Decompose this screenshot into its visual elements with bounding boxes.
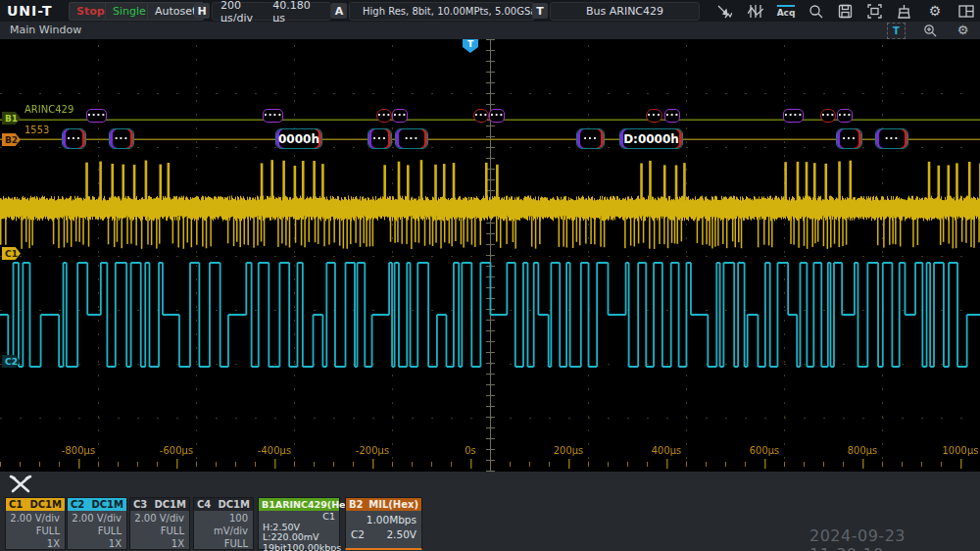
bus-source: C2 [351,527,365,542]
text-annotation-icon[interactable]: T [887,23,906,39]
bus1-decode-word[interactable]: ... [488,109,500,123]
decode-frame-label: 0000h [278,132,319,146]
acquire-chip[interactable]: A [331,3,347,19]
bus-id: B1 [262,499,275,510]
channel-id: C2 [71,499,84,510]
zoom-in-icon[interactable] [921,23,938,37]
bus2-decode-frame[interactable]: ... [875,128,908,149]
decode-frame-box: ... [646,109,662,123]
window-title: Main Window [10,24,81,36]
bus-word-bits: 19bit [263,543,286,551]
channel-details: 2.00 V/divFULL1X [6,511,65,550]
channel-id: C4 [197,499,211,510]
horizontal-chip[interactable]: H [194,3,210,19]
channel-info-box-c2[interactable]: C2DC1M 2.00 V/divFULL1X [67,497,127,550]
horizontal-offset-value: 40.180 µs [272,0,322,25]
decode-frame-label: ... [885,134,899,138]
bus-source: C1 [263,512,335,523]
decode-frame-box: ... [837,109,853,123]
channel-info-box-c4[interactable]: C4DC1M 100 mV/divFULL1X [193,497,254,550]
channel-bandwidth: FULL [197,537,248,550]
bus2-decode-frame[interactable]: D:0000h [619,128,683,149]
decode-frame-label: ... [842,134,856,138]
decode-frame-box: ... [376,109,392,123]
time-axis-label: 0s [465,445,476,456]
time-axis-label: -400µs [258,445,291,456]
time-axis-label: -200µs [356,445,389,456]
channel-scale: 100 mV/div [197,512,248,537]
crossed-tools-icon[interactable] [8,475,33,494]
bus1-decode-word[interactable]: ... [836,109,849,123]
acq-mode-icon[interactable]: Acq [775,2,797,20]
channel-info-box-c1[interactable]: C1DC1M 2.00 V/divFULL1X [5,497,66,550]
window-layout-icon[interactable] [956,2,977,20]
acquisition-info: High Res, 8bit, 10.00MPts, 5.00GSa/s [363,6,545,17]
waveform-display-area[interactable]: B1 B2 C1 C2 ARINC429 1553 T ............… [0,39,980,472]
save-icon[interactable] [834,2,856,20]
decode-frame-label: D:0000h [623,132,679,146]
bus1-decode-word[interactable]: .... [262,109,281,123]
time-axis-label: 200µs [554,445,584,456]
channel-coupling: DC1M [91,499,123,510]
bus1-decode-error-frame[interactable]: ... [376,109,390,123]
bus1-decode-word[interactable]: .... [85,109,106,123]
search-icon[interactable] [805,2,826,20]
settings-gear-icon[interactable]: ⚙ [924,2,946,20]
bus1-decode-error-frame[interactable]: ... [646,109,662,123]
decode-frame-box: ... [489,109,505,123]
bus-threshold: 2.50V [386,527,416,542]
decode-frame-label: ... [583,134,597,138]
channel-bandwidth: FULL [71,525,122,537]
channel-info-box-c3[interactable]: C3DC1M 2.00 V/divFULL1X [129,497,190,550]
bus2-details: 1.00Mbps C22.50V [346,511,421,542]
channel-coupling: DC1M [218,499,250,510]
cursor-measure-icon[interactable] [713,2,735,20]
time-axis-label: 1000µs [942,445,978,456]
bus1-decode-error-frame[interactable]: ... [820,109,835,123]
channel-id: C3 [133,499,147,510]
bus2-decode-frame[interactable]: ... [62,128,86,149]
bus1-decode-word[interactable]: ... [663,109,678,123]
bus-bitrate: 100.00kbps [286,543,341,551]
bus2-decode-frame[interactable]: ... [395,128,428,149]
decode-frame-label: ... [665,111,679,115]
channel-header: C1DC1M [6,498,65,511]
channel-header: C3DC1M [130,498,189,511]
trigger-chip[interactable]: T [532,3,548,19]
channel-probe: 1X [133,537,184,550]
bus1-decode-word[interactable]: .... [782,109,804,123]
decode-frame-label: ... [821,111,835,115]
channel-probe: 1X [9,537,60,550]
bus2-info-box[interactable]: B2MIL(Hex) 1.00Mbps C22.50V [345,497,422,550]
measure-markers-icon[interactable] [745,2,766,20]
decode-frame-label: .... [87,111,106,115]
clear-brush-icon[interactable] [893,2,914,20]
bus1-info-box[interactable]: B1ARINC429(Hex) C1 H:2.50V L:220.00mV 19… [258,497,340,550]
acq-mode-label: Acq [777,5,796,18]
channel-details: 2.00 V/divFULL1X [68,511,126,550]
screenshot-icon[interactable] [863,2,885,20]
trigger-bus-panel[interactable]: Bus ARINC429 [550,2,700,21]
bus2-decode-frame[interactable]: ... [368,128,392,149]
time-axis-label: 600µs [750,445,780,456]
bus1-decode-word[interactable]: ... [391,109,404,123]
timebase-panel[interactable]: 200 µs/div 40.180 µs [212,2,331,21]
acquisition-panel[interactable]: High Res, 8bit, 10.00MPts, 5.00GSa/s [349,2,535,21]
bus1-details: C1 H:2.50V L:220.00mV 19bit100.00kbps [259,511,339,551]
decode-frame-label: ... [377,111,391,115]
bus-bitrate: 1.00Mbps [351,513,416,527]
bus2-decode-frame[interactable]: ... [109,128,134,149]
bus-protocol: MIL(Hex) [368,499,418,510]
decode-frame-box: .... [86,109,107,123]
bus1-header: B1ARINC429(Hex) [259,498,339,511]
decode-frame-label: ... [838,111,852,115]
display-settings-gear-icon[interactable]: ⚙ [955,23,971,37]
bus2-decode-frame[interactable]: ... [576,128,605,149]
decode-frame-box: ... [473,109,489,123]
channel-header: C2DC1M [68,498,126,511]
waveform-canvas[interactable] [0,39,980,472]
bus2-decode-frame[interactable]: ... [836,128,862,149]
decode-frame-box: .... [783,109,804,123]
bus1-decode-error-frame[interactable]: ... [473,109,487,123]
bus2-decode-frame[interactable]: 0000h [275,128,322,149]
